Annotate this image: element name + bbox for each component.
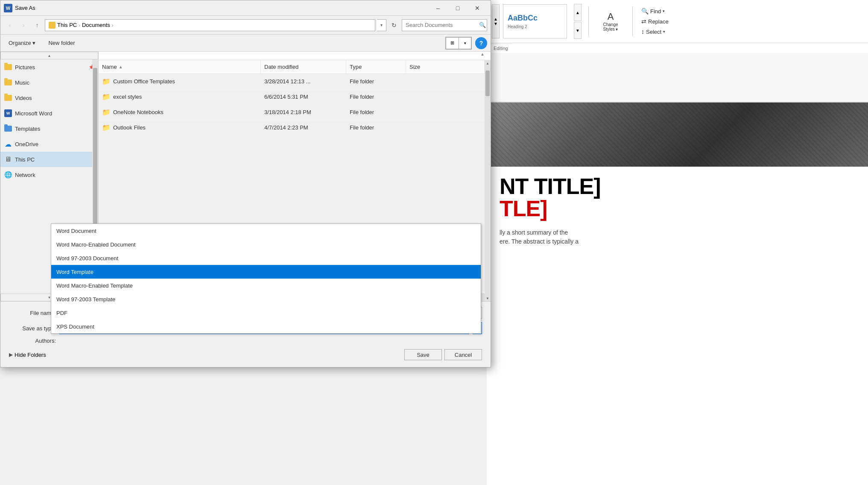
sidebar-item-templates[interactable]: Templates bbox=[0, 121, 98, 136]
heading2-preview-text: AaBbCc bbox=[508, 14, 538, 23]
address-dropdown-btn[interactable]: ▾ bbox=[377, 19, 386, 31]
minimize-btn[interactable]: – bbox=[428, 0, 448, 16]
sidebar-item-videos[interactable]: Videos bbox=[0, 90, 98, 106]
bottom-actions: ▶ Hide Folders Save Cancel bbox=[9, 347, 482, 362]
heading2-style-box[interactable]: AaBbCc Heading 2 bbox=[503, 4, 567, 38]
dialog-title-bar: W Save As – □ ✕ bbox=[0, 0, 491, 16]
word-doc-image bbox=[487, 103, 868, 167]
col-header-type[interactable]: Type bbox=[346, 60, 406, 73]
sort-arrow-up[interactable]: ▲ bbox=[480, 52, 485, 60]
file-cell-type-3: File folder bbox=[346, 124, 406, 131]
sidebar-item-onedrive[interactable]: ☁ OneDrive bbox=[0, 136, 98, 152]
table-row[interactable]: 📁 Outlook Files 4/7/2014 2:23 PM File fo… bbox=[99, 120, 485, 135]
dialog-app-icon: W bbox=[4, 4, 12, 12]
view-list-btn[interactable]: ⊞ bbox=[446, 37, 459, 49]
view-chevron-btn[interactable]: ▾ bbox=[459, 37, 471, 49]
bottom-form-wrapper: Word Document Word Macro-Enabled Documen… bbox=[0, 301, 491, 367]
dialog-buttons: Save Cancel bbox=[404, 347, 482, 362]
music-folder-icon bbox=[4, 78, 12, 87]
hide-folders-row[interactable]: ▶ Hide Folders bbox=[9, 349, 46, 361]
pictures-folder-icon bbox=[4, 63, 12, 71]
file-cell-date-2: 3/18/2014 2:18 PM bbox=[261, 109, 346, 115]
heading2-label: Heading 2 bbox=[508, 24, 527, 29]
path-sep1: › bbox=[79, 23, 80, 28]
sidebar-item-thispc[interactable]: 🖥 This PC bbox=[0, 152, 98, 167]
search-input[interactable] bbox=[406, 22, 477, 28]
help-btn[interactable]: ? bbox=[475, 37, 487, 49]
file-cell-date-0: 3/28/2014 12:13 ... bbox=[261, 78, 346, 85]
sidebar-item-msword[interactable]: W Microsoft Word bbox=[0, 106, 98, 121]
file-folder-icon-2: 📁 bbox=[102, 108, 111, 116]
maximize-btn[interactable]: □ bbox=[448, 0, 468, 16]
table-row[interactable]: 📁 excel styles 6/6/2014 5:31 PM File fol… bbox=[99, 89, 485, 105]
address-path-bar[interactable]: This PC › Documents › bbox=[45, 19, 375, 31]
word-body-text: lly a short summary of the ere. The abst… bbox=[500, 228, 855, 246]
sidebar-item-pictures[interactable]: Pictures 📌 bbox=[0, 59, 98, 75]
sidebar-label-network: Network bbox=[15, 172, 35, 178]
cancel-button[interactable]: Cancel bbox=[444, 349, 482, 360]
save-button[interactable]: Save bbox=[404, 349, 442, 360]
dropdown-item-word-template[interactable]: Word Template bbox=[51, 265, 481, 279]
v-scroll-thumb bbox=[485, 71, 490, 96]
col-header-size[interactable]: Size bbox=[406, 60, 485, 73]
dropdown-item-word-97[interactable]: Word 97-2003 Document bbox=[51, 251, 481, 265]
templates-folder-icon bbox=[4, 124, 12, 133]
refresh-btn[interactable]: ↻ bbox=[388, 19, 400, 31]
sidebar-label-onedrive: OneDrive bbox=[15, 141, 38, 147]
file-cell-name-1: 📁 excel styles bbox=[99, 93, 261, 101]
table-row[interactable]: 📁 OneNote Notebooks 3/18/2014 2:18 PM Fi… bbox=[99, 105, 485, 120]
savetype-label: Save as type: bbox=[9, 325, 56, 332]
dropdown-item-word-97-template[interactable]: Word 97-2003 Template bbox=[51, 292, 481, 306]
onedrive-icon: ☁ bbox=[4, 140, 12, 148]
filename-label: File name: bbox=[9, 310, 56, 316]
table-row[interactable]: 📁 Custom Office Templates 3/28/2014 12:1… bbox=[99, 74, 485, 89]
word-title-line1: NT TITLE] bbox=[500, 175, 855, 197]
dropdown-item-pdf[interactable]: PDF bbox=[51, 306, 481, 320]
dropdown-item-word-macro-template[interactable]: Word Macro-Enabled Template bbox=[51, 279, 481, 292]
search-icon[interactable]: 🔍 bbox=[479, 22, 486, 28]
file-cell-type-2: File folder bbox=[346, 109, 406, 115]
save-type-dropdown: Word Document Word Macro-Enabled Documen… bbox=[51, 223, 481, 334]
dialog-title-text: Save As bbox=[15, 5, 426, 11]
dropdown-item-xps[interactable]: XPS Document bbox=[51, 320, 481, 333]
change-styles-btn[interactable]: A ChangeStyles ▾ bbox=[596, 9, 625, 34]
sidebar-label-msword: Microsoft Word bbox=[15, 110, 52, 117]
new-folder-btn[interactable]: New folder bbox=[44, 37, 79, 49]
file-cell-type-0: File folder bbox=[346, 78, 406, 85]
sidebar-label-videos: Videos bbox=[15, 95, 32, 101]
hide-folders-triangle-icon: ▶ bbox=[9, 352, 13, 358]
v-scrollbar[interactable]: ▲ ▼ bbox=[485, 60, 491, 301]
nav-scroll-up[interactable]: ▲ bbox=[0, 52, 98, 59]
save-as-dialog: W Save As – □ ✕ ‹ › ↑ This PC › Document… bbox=[0, 0, 491, 367]
select-btn[interactable]: ↕ Select ▾ bbox=[640, 27, 670, 36]
col-header-date[interactable]: Date modified bbox=[261, 60, 346, 73]
videos-folder-icon bbox=[4, 94, 12, 102]
sidebar-label-templates: Templates bbox=[15, 126, 40, 132]
authors-label: Authors: bbox=[9, 338, 56, 344]
file-folder-icon-0: 📁 bbox=[102, 77, 111, 85]
organize-btn[interactable]: Organize ▾ bbox=[4, 37, 40, 49]
authors-row: Authors: bbox=[9, 338, 482, 344]
up-btn[interactable]: ↑ bbox=[31, 19, 43, 31]
close-btn[interactable]: ✕ bbox=[468, 0, 487, 16]
find-btn[interactable]: 🔍 Find ▾ bbox=[640, 7, 670, 15]
header-sort-area: ▲ bbox=[99, 52, 491, 60]
sidebar-label-thispc: This PC bbox=[15, 156, 35, 163]
sidebar-item-music[interactable]: Music bbox=[0, 75, 98, 90]
address-bar: ‹ › ↑ This PC › Documents › ▾ ↻ 🔍 bbox=[0, 16, 491, 35]
dropdown-item-word-doc[interactable]: Word Document bbox=[51, 224, 481, 238]
replace-btn[interactable]: ⇄ Replace bbox=[640, 17, 670, 26]
col-header-name[interactable]: Name ▲ bbox=[99, 60, 261, 73]
sidebar-item-network[interactable]: 🌐 Network bbox=[0, 167, 98, 182]
style-scroll-up[interactable]: ▲ bbox=[574, 4, 582, 21]
v-scroll-down-btn[interactable]: ▼ bbox=[486, 295, 489, 301]
file-list-header-row: Name ▲ Date modified Type Size bbox=[99, 60, 485, 74]
style-scroll-down[interactable]: ▼ bbox=[574, 22, 582, 39]
network-icon: 🌐 bbox=[4, 170, 12, 179]
back-btn[interactable]: ‹ bbox=[4, 19, 16, 31]
v-scroll-up-btn[interactable]: ▲ bbox=[486, 60, 489, 66]
thispc-icon: 🖥 bbox=[4, 155, 12, 164]
forward-btn[interactable]: › bbox=[18, 19, 29, 31]
dropdown-item-word-macro[interactable]: Word Macro-Enabled Document bbox=[51, 238, 481, 251]
ribbon-scroll-up-btn[interactable]: ▲▼ bbox=[492, 4, 500, 38]
